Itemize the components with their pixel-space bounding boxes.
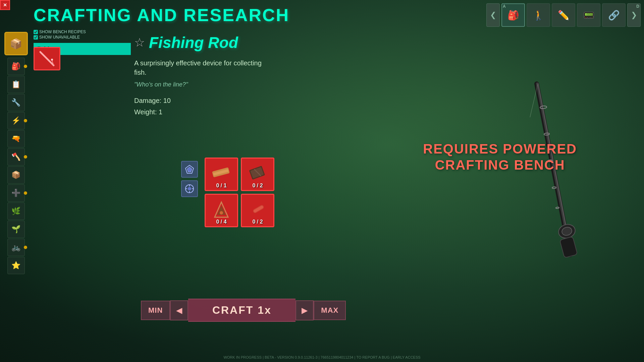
nav-badge-a: A: [503, 4, 506, 9]
craft-warning: REQUIRES POWERED CRAFTING BENCH: [423, 141, 577, 173]
unavailable-label: SHOW UNAVAILABLE: [39, 35, 80, 40]
sidebar-item-favorites[interactable]: ⭐: [7, 257, 25, 274]
backpack-icon: 🎒: [11, 62, 20, 71]
bench-label: SHOW BENCH RECIPES: [39, 29, 86, 34]
powered-bench-icon: [181, 180, 198, 197]
nav-badge-d: D: [636, 4, 639, 9]
bench-icons: [181, 161, 198, 197]
sidebar-item-survival[interactable]: 🎒: [7, 58, 25, 75]
svg-marker-4: [187, 167, 192, 172]
top-navigation: ❮ A 🎒 🚶 ✏️ 📟 🔗 D ❯: [486, 3, 641, 27]
lightning-icon: ⚡: [11, 116, 20, 125]
box2-icon: 📦: [11, 171, 20, 179]
bike-icon: 🚲: [11, 243, 20, 252]
item-quote: "Who's on the line?": [134, 81, 262, 88]
sidebar-item-storage[interactable]: 📦: [7, 166, 25, 184]
craft-button[interactable]: CRAFT 1x: [188, 299, 296, 322]
ingredient-4-count: 0 / 2: [242, 219, 273, 225]
item-damage: Damage: 10: [134, 95, 262, 106]
nav-prev-button[interactable]: ❮: [486, 3, 500, 27]
notification-dot: [24, 191, 27, 195]
ingredient-4: 0 / 2: [241, 194, 274, 227]
notification-dot: [24, 119, 27, 122]
notification-dot: [24, 246, 27, 249]
notification-dot: [24, 155, 27, 159]
favorite-star-icon[interactable]: ☆: [134, 36, 145, 50]
show-unavailable-filter[interactable]: SHOW UNAVAILABLE: [34, 35, 86, 40]
sidebar-item-nature[interactable]: 🌿: [7, 202, 25, 220]
fishing-rod-thumb-icon: [37, 49, 57, 69]
nav-icon-map[interactable]: 📟: [577, 3, 600, 27]
footer-text: WORK IN PROGRESS | BETA - VERSION 0.9.0.…: [223, 355, 420, 359]
craft-max-button[interactable]: MAX: [314, 301, 346, 320]
ingredient-grid: 0 / 1 0 / 2 0 / 4 0 / 2: [205, 158, 274, 227]
item-detail: ☆ Fishing Rod A surprisingly effective d…: [134, 34, 262, 118]
ingredient-2: 0 / 2: [241, 158, 274, 191]
sidebar-item-farm[interactable]: 🌱: [7, 221, 25, 238]
chevron-right-icon: ❯: [631, 11, 637, 19]
star-icon: ⭐: [11, 261, 20, 270]
svg-point-6: [188, 187, 191, 190]
craft-min-button[interactable]: MIN: [141, 301, 170, 320]
item-name: Fishing Rod: [149, 34, 238, 52]
sidebar: 📦 🎒 📋 🔧 ⚡ 🔫 🪓 📦 ➕ 🌿 🌱 🚲 ⭐: [0, 30, 32, 274]
ingredient-3: 0 / 4: [205, 194, 238, 227]
ingredient-1: 0 / 1: [205, 158, 238, 191]
svg-point-2: [51, 59, 53, 61]
ingredient-1-count: 0 / 1: [206, 183, 237, 189]
svg-rect-26: [560, 237, 578, 258]
box-icon: 📦: [10, 38, 22, 50]
item-name-row: ☆ Fishing Rod: [134, 34, 262, 52]
bench-checkbox[interactable]: [34, 30, 38, 34]
craft-warning-line2: CRAFTING BENCH: [423, 157, 577, 173]
medkit-icon: ➕: [11, 189, 20, 197]
sidebar-item-notes[interactable]: 📋: [7, 76, 25, 93]
notification-dot: [24, 65, 27, 68]
close-icon: ✕: [3, 2, 7, 8]
craft-next-button[interactable]: ▶: [296, 300, 314, 320]
ingredient-3-count: 0 / 4: [206, 219, 237, 225]
item-weight: Weight: 1: [134, 106, 262, 118]
svg-line-32: [530, 84, 538, 117]
axe-icon: 🪓: [11, 153, 20, 161]
nav-icon-character[interactable]: 🚶: [527, 3, 550, 27]
sidebar-item-tools[interactable]: 🔧: [7, 94, 25, 111]
plant-icon: 🌿: [11, 207, 20, 216]
craft-bar: MIN ◀ CRAFT 1x ▶ MAX: [141, 299, 346, 322]
close-button[interactable]: ✕: [0, 0, 10, 10]
nav-icon-crafting[interactable]: 🔗: [602, 3, 626, 27]
filter-checkboxes: SHOW BENCH RECIPES SHOW UNAVAILABLE: [34, 29, 86, 40]
craft-warning-line1: REQUIRES POWERED: [423, 141, 577, 157]
item-stats: Damage: 10 Weight: 1: [134, 95, 262, 118]
seedling-icon: 🌱: [11, 225, 20, 234]
sidebar-item-transport[interactable]: 🚲: [7, 239, 25, 256]
sidebar-item-electric[interactable]: ⚡: [7, 112, 25, 129]
chevron-left-icon: ❮: [490, 11, 496, 19]
sidebar-item-melee[interactable]: 🪓: [7, 148, 25, 166]
ingredient-2-count: 0 / 2: [242, 183, 273, 189]
notes-icon: 📋: [11, 80, 20, 89]
craft-prev-button[interactable]: ◀: [170, 300, 188, 320]
crafting-bench-icon: [181, 161, 198, 178]
item-thumbnail: [34, 47, 60, 70]
nav-icon-research[interactable]: ✏️: [552, 3, 575, 27]
unavailable-checkbox[interactable]: [34, 35, 38, 40]
footer: WORK IN PROGRESS | BETA - VERSION 0.9.0.…: [223, 355, 420, 359]
svg-line-0: [40, 52, 54, 65]
svg-point-18: [220, 211, 223, 215]
sidebar-item-medical[interactable]: ➕: [7, 184, 25, 202]
gun-icon: 🔫: [11, 134, 20, 143]
show-bench-filter[interactable]: SHOW BENCH RECIPES: [34, 29, 86, 34]
page-title: CRAFTING AND RESEARCH: [34, 5, 289, 25]
wrench-icon: 🔧: [11, 98, 20, 107]
item-description: A surprisingly effective device for coll…: [134, 58, 262, 77]
sidebar-main-icon[interactable]: 📦: [4, 32, 28, 55]
sidebar-item-weapons[interactable]: 🔫: [7, 130, 25, 147]
